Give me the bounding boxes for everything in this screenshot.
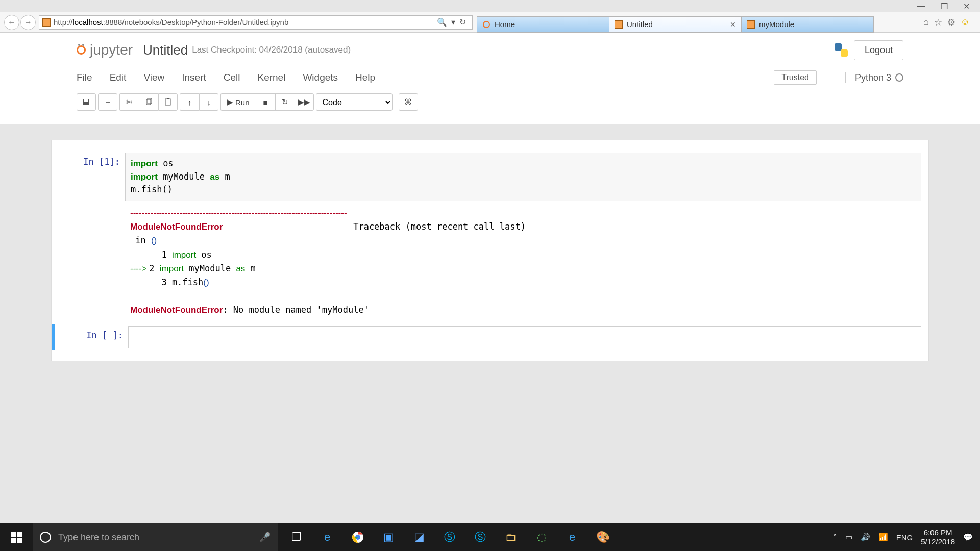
tab-label: myModule bbox=[759, 20, 794, 29]
loading-icon[interactable]: ◌ bbox=[533, 529, 550, 546]
cell-prompt: In [ ]: bbox=[62, 326, 128, 348]
save-button[interactable] bbox=[77, 93, 96, 111]
menu-insert[interactable]: Insert bbox=[182, 72, 206, 83]
browser-tab[interactable]: Untitled✕ bbox=[609, 16, 742, 33]
menu-view[interactable]: View bbox=[143, 72, 164, 83]
notebook-container: In [1]:import os import myModule as m m.… bbox=[51, 140, 929, 361]
cortana-icon bbox=[40, 532, 51, 543]
battery-icon[interactable]: ▭ bbox=[845, 533, 852, 542]
toolbar: ＋ ✄ ↑ ↓ ▶ Run ■ ↻ ▶▶ Code ⌘ bbox=[77, 93, 903, 111]
action-center-icon[interactable]: 💬 bbox=[963, 533, 973, 542]
jupyter-logo[interactable]: jupyter bbox=[77, 42, 133, 58]
code-cell[interactable]: In [1]:import os import myModule as m m.… bbox=[52, 151, 928, 324]
ie-icon[interactable]: e bbox=[564, 529, 581, 546]
clock[interactable]: 6:06 PM 5/12/2018 bbox=[921, 528, 955, 546]
tab-close-icon[interactable]: ✕ bbox=[730, 20, 736, 29]
code-input[interactable]: import os import myModule as m m.fish() bbox=[125, 153, 921, 201]
cell-output: ----------------------------------------… bbox=[125, 201, 921, 322]
restart-run-all-button[interactable]: ▶▶ bbox=[295, 93, 314, 111]
back-button[interactable]: ← bbox=[4, 15, 19, 30]
emoji-icon[interactable]: ☺ bbox=[961, 17, 970, 28]
command-palette-button[interactable]: ⌘ bbox=[399, 93, 418, 111]
dropdown-icon[interactable]: ▾ bbox=[451, 17, 455, 27]
cell-type-select[interactable]: Code bbox=[316, 93, 393, 111]
tab-label: Home bbox=[495, 20, 515, 29]
python-icon bbox=[835, 43, 848, 57]
paste-button[interactable] bbox=[158, 93, 178, 111]
svg-rect-4 bbox=[167, 98, 169, 99]
trusted-indicator[interactable]: Trusted bbox=[774, 70, 817, 85]
notebook-title[interactable]: Untitled bbox=[143, 42, 188, 58]
kernel-indicator[interactable]: Python 3 bbox=[845, 72, 903, 83]
browser-tab[interactable]: Home bbox=[477, 16, 609, 33]
mic-icon[interactable]: 🎤 bbox=[259, 532, 271, 543]
tray-chevron-icon[interactable]: ˄ bbox=[833, 533, 837, 542]
explorer-icon[interactable]: 🗀 bbox=[502, 529, 520, 546]
code-input[interactable] bbox=[128, 326, 921, 348]
menu-kernel[interactable]: Kernel bbox=[257, 72, 285, 83]
run-button[interactable]: ▶ Run bbox=[220, 93, 256, 111]
forward-button[interactable]: → bbox=[20, 15, 36, 30]
svg-rect-3 bbox=[165, 99, 170, 105]
volume-icon[interactable]: 🔊 bbox=[861, 533, 870, 542]
wifi-icon[interactable]: 📶 bbox=[878, 533, 888, 542]
chrome-icon[interactable] bbox=[349, 529, 366, 546]
copy-button[interactable] bbox=[139, 93, 158, 111]
tab-favicon bbox=[615, 20, 623, 29]
browser-chrome: ← → http://localhost:8888/notebooks/Desk… bbox=[0, 12, 980, 33]
home-icon[interactable]: ⌂ bbox=[923, 17, 929, 28]
cell-prompt: In [1]: bbox=[59, 153, 125, 322]
skype-icon-2[interactable]: Ⓢ bbox=[472, 529, 489, 546]
app-icon-2[interactable]: ◪ bbox=[410, 529, 428, 546]
add-cell-button[interactable]: ＋ bbox=[98, 93, 117, 111]
tab-favicon bbox=[747, 20, 755, 29]
checkpoint-text: Last Checkpoint: 04/26/2018 (autosaved) bbox=[192, 45, 351, 55]
menu-bar: FileEditViewInsertCellKernelWidgetsHelp … bbox=[77, 70, 903, 88]
task-view-icon[interactable]: ❐ bbox=[288, 529, 305, 546]
logout-button[interactable]: Logout bbox=[854, 40, 903, 60]
menu-cell[interactable]: Cell bbox=[224, 72, 240, 83]
taskbar-search[interactable]: Type here to search 🎤 bbox=[33, 523, 278, 551]
svg-point-0 bbox=[483, 21, 489, 28]
menu-help[interactable]: Help bbox=[355, 72, 375, 83]
tab-favicon bbox=[482, 20, 491, 29]
language-indicator[interactable]: ENG bbox=[896, 533, 913, 542]
tab-label: Untitled bbox=[627, 20, 653, 29]
window-minimize-button[interactable]: — bbox=[917, 2, 925, 11]
favorites-icon[interactable]: ☆ bbox=[934, 17, 942, 28]
interrupt-button[interactable]: ■ bbox=[256, 93, 275, 111]
search-icon[interactable]: 🔍 bbox=[437, 17, 447, 27]
tools-icon[interactable]: ⚙ bbox=[947, 17, 955, 28]
edge-icon[interactable]: e bbox=[318, 529, 336, 546]
menu-file[interactable]: File bbox=[77, 72, 92, 83]
app-icon-1[interactable]: ▣ bbox=[380, 529, 397, 546]
menu-widgets[interactable]: Widgets bbox=[303, 72, 338, 83]
paint-icon[interactable]: 🎨 bbox=[594, 529, 611, 546]
search-placeholder: Type here to search bbox=[58, 532, 139, 543]
page-favicon bbox=[42, 18, 51, 27]
browser-tabs: HomeUntitled✕myModule bbox=[477, 12, 873, 33]
move-up-button[interactable]: ↑ bbox=[180, 93, 199, 111]
browser-tab[interactable]: myModule bbox=[741, 16, 874, 33]
window-restore-button[interactable]: ❐ bbox=[941, 2, 948, 11]
cell-body bbox=[128, 326, 921, 348]
skype-icon-1[interactable]: Ⓢ bbox=[441, 529, 458, 546]
windows-taskbar: Type here to search 🎤 ❐ e ▣ ◪ Ⓢ Ⓢ 🗀 ◌ e … bbox=[0, 523, 980, 551]
window-close-button[interactable]: ✕ bbox=[963, 2, 970, 11]
move-down-button[interactable]: ↓ bbox=[199, 93, 218, 111]
address-bar[interactable]: http://localhost:8888/notebooks/Desktop/… bbox=[39, 15, 473, 30]
code-cell[interactable]: In [ ]: bbox=[52, 324, 928, 350]
menu-edit[interactable]: Edit bbox=[110, 72, 127, 83]
cell-body: import os import myModule as m m.fish()-… bbox=[125, 153, 921, 322]
cut-button[interactable]: ✄ bbox=[119, 93, 139, 111]
restart-button[interactable]: ↻ bbox=[275, 93, 295, 111]
start-button[interactable] bbox=[0, 523, 33, 551]
url-text: http://localhost:8888/notebooks/Desktop/… bbox=[54, 18, 288, 27]
refresh-icon[interactable]: ↻ bbox=[459, 17, 466, 27]
